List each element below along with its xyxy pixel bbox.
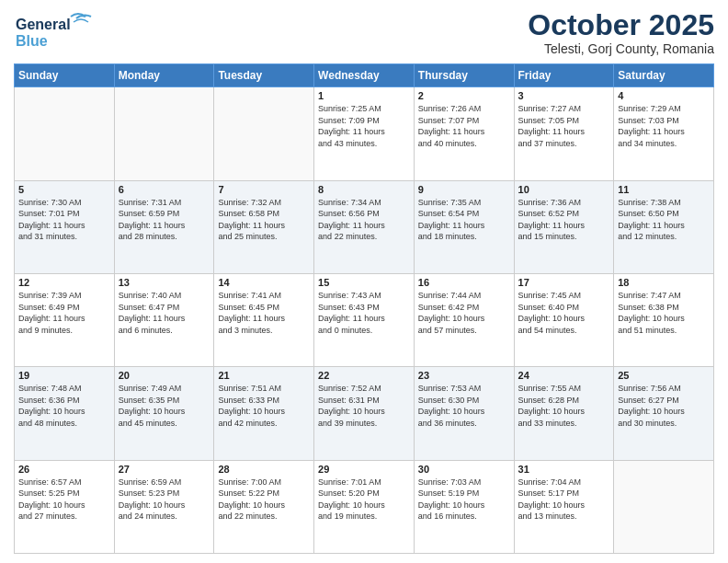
day-info: Sunrise: 7:30 AM Sunset: 7:01 PM Dayligh… [18,197,110,243]
table-row: 4Sunrise: 7:29 AM Sunset: 7:03 PM Daylig… [614,87,714,180]
calendar-week-row: 5Sunrise: 7:30 AM Sunset: 7:01 PM Daylig… [15,180,714,273]
table-row [214,87,314,180]
table-row: 6Sunrise: 7:31 AM Sunset: 6:59 PM Daylig… [114,180,214,273]
day-number: 3 [518,90,610,101]
table-row: 22Sunrise: 7:52 AM Sunset: 6:31 PM Dayli… [314,367,415,460]
table-row: 11Sunrise: 7:38 AM Sunset: 6:50 PM Dayli… [614,180,714,273]
day-info: Sunrise: 7:25 AM Sunset: 7:09 PM Dayligh… [318,103,410,149]
table-row: 27Sunrise: 6:59 AM Sunset: 5:23 PM Dayli… [114,460,214,553]
day-number: 8 [318,184,410,195]
day-number: 9 [418,184,510,195]
day-number: 20 [119,370,210,381]
day-number: 5 [18,184,110,195]
table-row: 21Sunrise: 7:51 AM Sunset: 6:33 PM Dayli… [214,367,314,460]
day-number: 25 [618,370,710,381]
day-info: Sunrise: 7:53 AM Sunset: 6:30 PM Dayligh… [418,383,510,429]
day-info: Sunrise: 7:39 AM Sunset: 6:49 PM Dayligh… [18,290,110,336]
svg-text:General: General [16,17,71,32]
day-info: Sunrise: 7:47 AM Sunset: 6:38 PM Dayligh… [618,290,710,336]
calendar-table: Sunday Monday Tuesday Wednesday Thursday… [14,63,714,554]
col-friday: Friday [514,64,614,87]
day-info: Sunrise: 7:45 AM Sunset: 6:40 PM Dayligh… [518,290,610,336]
calendar-week-row: 12Sunrise: 7:39 AM Sunset: 6:49 PM Dayli… [15,273,714,366]
day-number: 10 [518,184,610,195]
col-thursday: Thursday [414,64,514,87]
day-number: 2 [418,90,510,101]
day-info: Sunrise: 7:29 AM Sunset: 7:03 PM Dayligh… [618,103,710,149]
month-title: October 2025 [528,9,714,41]
logo-svg: General Blue [14,9,97,55]
calendar-header-row: Sunday Monday Tuesday Wednesday Thursday… [15,64,714,87]
day-number: 28 [218,464,310,475]
day-info: Sunrise: 7:00 AM Sunset: 5:22 PM Dayligh… [218,477,310,523]
table-row: 2Sunrise: 7:26 AM Sunset: 7:07 PM Daylig… [414,87,514,180]
day-number: 16 [418,277,510,288]
day-info: Sunrise: 7:38 AM Sunset: 6:50 PM Dayligh… [618,197,710,243]
day-info: Sunrise: 7:43 AM Sunset: 6:43 PM Dayligh… [318,290,410,336]
day-info: Sunrise: 6:59 AM Sunset: 5:23 PM Dayligh… [119,477,210,523]
table-row: 30Sunrise: 7:03 AM Sunset: 5:19 PM Dayli… [414,460,514,553]
day-info: Sunrise: 7:48 AM Sunset: 6:36 PM Dayligh… [18,383,110,429]
day-info: Sunrise: 7:44 AM Sunset: 6:42 PM Dayligh… [418,290,510,336]
logo: General Blue [14,9,97,55]
day-info: Sunrise: 7:52 AM Sunset: 6:31 PM Dayligh… [318,383,410,429]
table-row: 8Sunrise: 7:34 AM Sunset: 6:56 PM Daylig… [314,180,415,273]
title-block: October 2025 Telesti, Gorj County, Roman… [528,9,714,56]
col-wednesday: Wednesday [314,64,415,87]
col-tuesday: Tuesday [214,64,314,87]
col-monday: Monday [114,64,214,87]
day-info: Sunrise: 7:55 AM Sunset: 6:28 PM Dayligh… [518,383,610,429]
day-number: 7 [218,184,310,195]
table-row [114,87,214,180]
table-row: 25Sunrise: 7:56 AM Sunset: 6:27 PM Dayli… [614,367,714,460]
day-number: 13 [119,277,210,288]
day-number: 29 [318,464,410,475]
day-info: Sunrise: 7:41 AM Sunset: 6:45 PM Dayligh… [218,290,310,336]
header: General Blue October 2025 Telesti, Gorj … [14,9,714,56]
table-row: 19Sunrise: 7:48 AM Sunset: 6:36 PM Dayli… [15,367,115,460]
day-info: Sunrise: 7:31 AM Sunset: 6:59 PM Dayligh… [119,197,210,243]
table-row: 24Sunrise: 7:55 AM Sunset: 6:28 PM Dayli… [514,367,614,460]
day-number: 26 [18,464,110,475]
day-number: 1 [318,90,410,101]
day-info: Sunrise: 7:34 AM Sunset: 6:56 PM Dayligh… [318,197,410,243]
day-info: Sunrise: 7:51 AM Sunset: 6:33 PM Dayligh… [218,383,310,429]
day-number: 14 [218,277,310,288]
table-row: 14Sunrise: 7:41 AM Sunset: 6:45 PM Dayli… [214,273,314,366]
location-subtitle: Telesti, Gorj County, Romania [528,41,714,56]
day-number: 23 [418,370,510,381]
table-row: 10Sunrise: 7:36 AM Sunset: 6:52 PM Dayli… [514,180,614,273]
calendar-week-row: 26Sunrise: 6:57 AM Sunset: 5:25 PM Dayli… [15,460,714,553]
day-number: 17 [518,277,610,288]
table-row: 3Sunrise: 7:27 AM Sunset: 7:05 PM Daylig… [514,87,614,180]
day-number: 11 [618,184,710,195]
table-row: 9Sunrise: 7:35 AM Sunset: 6:54 PM Daylig… [414,180,514,273]
day-info: Sunrise: 7:01 AM Sunset: 5:20 PM Dayligh… [318,477,410,523]
day-info: Sunrise: 7:27 AM Sunset: 7:05 PM Dayligh… [518,103,610,149]
table-row: 23Sunrise: 7:53 AM Sunset: 6:30 PM Dayli… [414,367,514,460]
day-info: Sunrise: 7:26 AM Sunset: 7:07 PM Dayligh… [418,103,510,149]
day-info: Sunrise: 6:57 AM Sunset: 5:25 PM Dayligh… [18,477,110,523]
table-row: 18Sunrise: 7:47 AM Sunset: 6:38 PM Dayli… [614,273,714,366]
day-number: 22 [318,370,410,381]
day-number: 15 [318,277,410,288]
day-number: 19 [18,370,110,381]
table-row: 29Sunrise: 7:01 AM Sunset: 5:20 PM Dayli… [314,460,415,553]
day-number: 12 [18,277,110,288]
calendar-week-row: 19Sunrise: 7:48 AM Sunset: 6:36 PM Dayli… [15,367,714,460]
table-row: 15Sunrise: 7:43 AM Sunset: 6:43 PM Dayli… [314,273,415,366]
table-row: 17Sunrise: 7:45 AM Sunset: 6:40 PM Dayli… [514,273,614,366]
day-number: 24 [518,370,610,381]
table-row: 5Sunrise: 7:30 AM Sunset: 7:01 PM Daylig… [15,180,115,273]
svg-text:Blue: Blue [16,33,48,49]
table-row: 31Sunrise: 7:04 AM Sunset: 5:17 PM Dayli… [514,460,614,553]
day-info: Sunrise: 7:36 AM Sunset: 6:52 PM Dayligh… [518,197,610,243]
table-row: 26Sunrise: 6:57 AM Sunset: 5:25 PM Dayli… [15,460,115,553]
col-saturday: Saturday [614,64,714,87]
page-container: General Blue October 2025 Telesti, Gorj … [0,0,728,563]
table-row: 20Sunrise: 7:49 AM Sunset: 6:35 PM Dayli… [114,367,214,460]
table-row: 28Sunrise: 7:00 AM Sunset: 5:22 PM Dayli… [214,460,314,553]
calendar-week-row: 1Sunrise: 7:25 AM Sunset: 7:09 PM Daylig… [15,87,714,180]
day-info: Sunrise: 7:04 AM Sunset: 5:17 PM Dayligh… [518,477,610,523]
table-row [15,87,115,180]
